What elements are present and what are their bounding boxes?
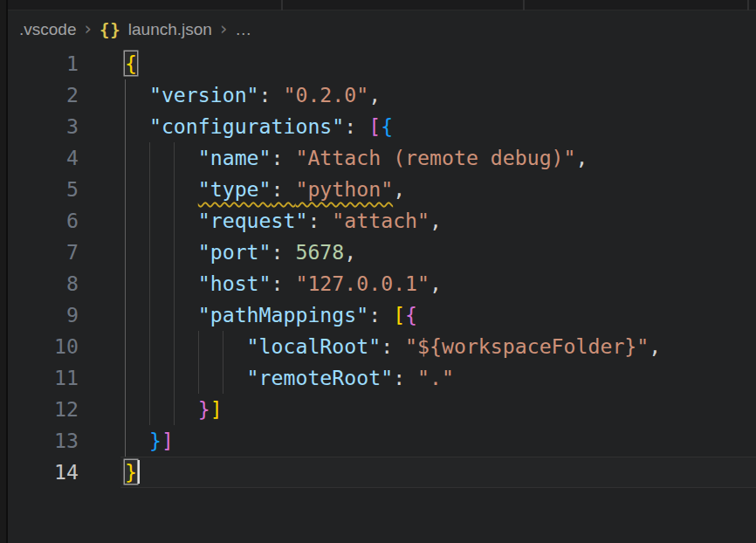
line-number: 3 <box>10 111 79 142</box>
token-bracket2: ] <box>162 429 174 452</box>
token-punct: : <box>271 146 296 169</box>
line-number: 14 <box>10 457 79 488</box>
token-punct <box>125 429 149 452</box>
line-number: 2 <box>10 79 79 111</box>
token-string: "Attach (remote debug)" <box>295 146 575 169</box>
line-number: 12 <box>10 394 79 425</box>
line-number: 13 <box>10 425 79 457</box>
editor-code-area[interactable]: 1{2 "version": "0.2.0",3 "configurations… <box>10 48 756 488</box>
token-string: "." <box>417 366 454 389</box>
token-bracket3: { <box>381 114 393 138</box>
token-key: "localRoot" <box>247 334 381 358</box>
sidebar-edge <box>0 0 8 543</box>
breadcrumb-symbol-more[interactable]: … <box>235 20 251 39</box>
code-text: "request": "attach", <box>125 205 442 237</box>
token-punct: , <box>368 83 381 107</box>
line-number: 4 <box>10 142 79 174</box>
line-number: 7 <box>10 237 79 268</box>
json-file-icon: {} <box>100 20 121 39</box>
token-key: "type" <box>198 177 271 201</box>
code-line[interactable]: 14} <box>10 457 756 488</box>
code-line[interactable]: 4 "name": "Attach (remote debug)", <box>10 142 756 174</box>
token-punct: : <box>368 303 393 326</box>
line-number: 1 <box>10 48 79 79</box>
token-string: "${workspaceFolder}" <box>405 334 649 358</box>
token-punct: : <box>259 83 284 107</box>
token-string: "attach" <box>332 209 430 232</box>
code-line[interactable]: 11 "remoteRoot": "." <box>10 362 756 394</box>
breadcrumb-file[interactable]: launch.json <box>128 20 212 39</box>
token-key: "request" <box>198 209 308 232</box>
code-line[interactable]: 10 "localRoot": "${workspaceFolder}", <box>10 331 756 362</box>
token-punct: : <box>393 366 417 389</box>
tab-divider <box>281 0 283 10</box>
token-key: "port" <box>198 240 271 264</box>
code-line[interactable]: 2 "version": "0.2.0", <box>10 79 756 111</box>
code-text: "localRoot": "${workspaceFolder}", <box>125 331 661 362</box>
token-punct: , <box>344 240 356 264</box>
token-key: "host" <box>198 272 271 295</box>
token-key: "version" <box>149 83 259 107</box>
token-punct: , <box>430 272 442 295</box>
matched-bracket: { <box>125 52 137 75</box>
current-line-highlight <box>120 457 756 488</box>
code-line[interactable]: 5 "type": "python", <box>10 174 756 205</box>
chevron-right-icon: › <box>220 20 227 38</box>
token-punct <box>125 146 198 169</box>
token-string: "0.2.0" <box>283 83 368 107</box>
token-key: "remoteRoot" <box>247 366 394 389</box>
token-punct: , <box>430 209 442 232</box>
token-key: "configurations" <box>149 114 344 138</box>
token-punct <box>125 334 247 358</box>
code-text: }] <box>125 425 174 457</box>
line-number: 6 <box>10 205 79 237</box>
token-punct: : <box>307 209 332 232</box>
token-bracket3: } <box>149 429 162 452</box>
code-line[interactable]: 1{ <box>10 48 756 79</box>
tab-divider <box>747 0 749 10</box>
code-line[interactable]: 9 "pathMappings": [{ <box>10 299 756 331</box>
code-line[interactable]: 3 "configurations": [{ <box>10 111 756 142</box>
token-punct <box>125 240 198 264</box>
code-text: "type": "python", <box>125 174 405 205</box>
code-text: "pathMappings": [{ <box>125 299 417 331</box>
token-punct: , <box>576 146 588 169</box>
chevron-right-icon: › <box>84 20 91 38</box>
line-number: 10 <box>10 331 79 362</box>
code-line[interactable]: 12 }] <box>10 394 756 425</box>
token-punct <box>125 209 198 232</box>
code-line[interactable]: 13 }] <box>10 425 756 457</box>
code-text: }] <box>125 394 223 425</box>
token-bracket2: } <box>198 397 210 421</box>
token-punct: : <box>381 334 405 358</box>
token-key: "name" <box>198 146 271 169</box>
token-punct: : <box>271 240 296 264</box>
token-punct <box>125 83 149 107</box>
tab-bar-strip <box>0 0 756 10</box>
code-text: "configurations": [{ <box>125 111 393 142</box>
token-punct <box>125 177 198 201</box>
breadcrumb-folder[interactable]: .vscode <box>19 20 76 39</box>
token-string: "127.0.0.1" <box>295 272 430 295</box>
token-number: 5678 <box>295 240 344 264</box>
line-number: 11 <box>10 362 79 394</box>
token-punct <box>125 397 198 421</box>
text-cursor <box>138 460 140 484</box>
code-text: "version": "0.2.0", <box>125 79 381 111</box>
token-punct: : <box>344 114 368 138</box>
token-bracket1: [ <box>393 303 405 326</box>
code-line[interactable]: 8 "host": "127.0.0.1", <box>10 268 756 299</box>
code-line[interactable]: 7 "port": 5678, <box>10 237 756 268</box>
token-punct: , <box>393 177 405 201</box>
code-text: "remoteRoot": "." <box>125 362 454 394</box>
code-text: "name": "Attach (remote debug)", <box>125 142 588 174</box>
breadcrumb: .vscode › {} launch.json › … <box>10 11 756 48</box>
token-bracket2: { <box>405 303 417 326</box>
token-punct: : <box>271 272 296 295</box>
token-bracket1: ] <box>210 397 223 421</box>
token-punct <box>125 114 149 138</box>
code-text: "host": "127.0.0.1", <box>125 268 442 299</box>
code-line[interactable]: 6 "request": "attach", <box>10 205 756 237</box>
token-punct <box>125 272 198 295</box>
matched-bracket: } <box>125 460 137 484</box>
